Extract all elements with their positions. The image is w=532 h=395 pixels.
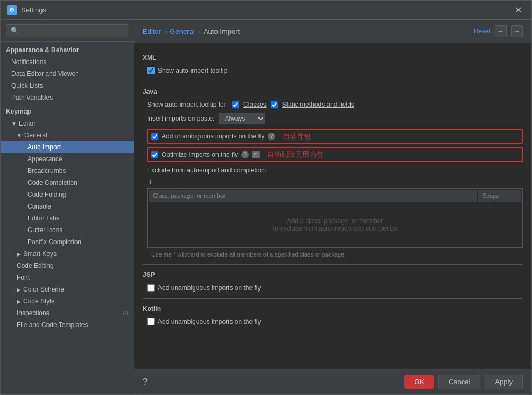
sidebar-item-path-variables[interactable]: Path Variables bbox=[1, 92, 134, 103]
java-add-unambiguous-annotation: 自动导包 bbox=[283, 131, 311, 141]
java-static-methods-label[interactable]: Static methods and fields bbox=[282, 101, 354, 108]
jsp-section-label: JSP bbox=[143, 271, 523, 279]
sidebar-group-general[interactable]: ▼ General bbox=[1, 129, 134, 141]
jsp-kotlin-divider bbox=[143, 298, 523, 299]
help-icon-footer[interactable]: ? bbox=[143, 377, 148, 387]
monitor-icon2[interactable]: ⊡ bbox=[252, 151, 260, 158]
ok-button[interactable]: OK bbox=[404, 375, 434, 389]
sidebar-item-editor-tabs[interactable]: Editor Tabs bbox=[1, 212, 134, 224]
main-panel: Editor › General › Auto Import Reset ← →… bbox=[134, 20, 531, 394]
sidebar-item-code-folding[interactable]: Code Folding bbox=[1, 189, 134, 200]
sidebar-item-auto-import[interactable]: Auto Import bbox=[1, 141, 134, 153]
sidebar: Appearance & Behavior Notifications Data… bbox=[1, 20, 134, 394]
help-icon2[interactable]: ? bbox=[241, 151, 249, 158]
jsp-add-unambiguous-label: Add unambiguous imports on the fly bbox=[158, 284, 261, 292]
sidebar-item-code-editing[interactable]: Code Editing bbox=[1, 260, 134, 272]
java-optimize-imports-label: Optimize imports on the fly bbox=[162, 151, 238, 158]
java-insert-imports-select[interactable]: Always Never Ask bbox=[219, 113, 265, 124]
cancel-button[interactable]: Cancel bbox=[438, 375, 480, 389]
breadcrumb-sep2: › bbox=[198, 27, 200, 36]
sidebar-item-inspections[interactable]: Inspections ⊞ bbox=[1, 307, 134, 319]
java-add-unambiguous-label: Add unambiguous imports on the fly bbox=[162, 133, 264, 140]
col-class: Class, package, or member bbox=[149, 190, 477, 202]
arrow-down-icon: ▼ bbox=[11, 121, 17, 127]
col-scope: Scope bbox=[478, 190, 521, 202]
breadcrumb: Editor › General › Auto Import bbox=[143, 27, 474, 36]
kotlin-section-label: Kotlin bbox=[143, 305, 523, 313]
table-row-empty: Add a class, package, or member to exclu… bbox=[149, 203, 521, 246]
sidebar-item-quick-lists[interactable]: Quick Lists bbox=[1, 80, 134, 92]
java-classes-label[interactable]: Classes bbox=[243, 101, 267, 108]
sidebar-item-file-code-templates[interactable]: File and Code Templates bbox=[1, 319, 134, 331]
search-input[interactable] bbox=[6, 24, 128, 37]
arrow-right-icon: ▶ bbox=[17, 251, 21, 257]
sidebar-item-gutter-icons[interactable]: Gutter Icons bbox=[1, 224, 134, 236]
java-static-methods-checkbox[interactable] bbox=[271, 101, 278, 108]
monitor-icon: ⊞ bbox=[123, 309, 128, 317]
main-header: Editor › General › Auto Import Reset ← → bbox=[134, 20, 531, 43]
sidebar-group-color-scheme[interactable]: ▶ Color Scheme bbox=[1, 283, 134, 295]
search-box bbox=[1, 20, 134, 42]
table-placeholder-line1: Add a class, package, or member bbox=[157, 217, 513, 225]
sidebar-item-code-style-label: Code Style bbox=[23, 297, 55, 305]
sidebar-item-notifications[interactable]: Notifications bbox=[1, 56, 134, 68]
titlebar: ⚙ Settings ✕ bbox=[1, 1, 531, 20]
sidebar-item-console[interactable]: Console bbox=[1, 200, 134, 212]
window-title: Settings bbox=[21, 6, 512, 14]
table-placeholder-line2: to exclude from auto-import and completi… bbox=[157, 225, 513, 232]
sidebar-item-postfix-completion[interactable]: Postfix Completion bbox=[1, 236, 134, 248]
java-section-label: Java bbox=[143, 88, 523, 95]
jsp-add-unambiguous-row: Add unambiguous imports on the fly bbox=[143, 284, 523, 292]
breadcrumb-editor[interactable]: Editor bbox=[143, 27, 161, 36]
sidebar-group-editor[interactable]: ▼ Editor bbox=[1, 117, 134, 129]
add-exclude-button[interactable]: + bbox=[147, 177, 153, 186]
help-icon[interactable]: ? bbox=[268, 133, 275, 140]
java-optimize-imports-row: Optimize imports on the fly ? ⊡ 自动删除无用的包 bbox=[147, 147, 523, 162]
sidebar-item-appearance[interactable]: Appearance bbox=[1, 153, 134, 165]
xml-java-divider bbox=[143, 81, 523, 81]
sidebar-item-general-label: General bbox=[24, 131, 47, 139]
xml-section-label: XML bbox=[143, 54, 523, 61]
java-optimize-imports-annotation: 自动删除无用的包 bbox=[267, 150, 323, 160]
java-insert-imports-label: Insert imports on paste: bbox=[147, 115, 214, 122]
sidebar-item-font[interactable]: Font bbox=[1, 272, 134, 283]
remove-exclude-button[interactable]: − bbox=[158, 177, 164, 186]
sidebar-item-keymap[interactable]: Keymap bbox=[1, 103, 134, 117]
sidebar-item-code-completion[interactable]: Code Completion bbox=[1, 177, 134, 189]
breadcrumb-sep1: › bbox=[164, 27, 166, 36]
java-jsp-divider bbox=[143, 264, 523, 265]
java-optimize-imports-checkbox[interactable] bbox=[151, 151, 158, 158]
sidebar-item-appearance-behavior[interactable]: Appearance & Behavior bbox=[1, 42, 134, 56]
breadcrumb-general[interactable]: General bbox=[170, 27, 194, 36]
back-button[interactable]: ← bbox=[495, 25, 507, 37]
apply-button[interactable]: Apply bbox=[485, 375, 523, 389]
xml-show-tooltip-checkbox[interactable] bbox=[147, 67, 155, 74]
app-icon: ⚙ bbox=[7, 5, 17, 15]
main-content-area: Appearance & Behavior Notifications Data… bbox=[1, 20, 531, 394]
sidebar-item-inspections-label: Inspections bbox=[17, 309, 50, 317]
arrow-down-icon: ▼ bbox=[17, 133, 22, 138]
forward-button[interactable]: → bbox=[511, 25, 523, 37]
xml-show-tooltip-row: Show auto-import tooltip bbox=[143, 67, 523, 74]
exclude-table: Class, package, or member Scope Add a cl… bbox=[147, 188, 523, 248]
settings-window: ⚙ Settings ✕ Appearance & Behavior Notif… bbox=[0, 0, 532, 395]
java-add-unambiguous-row: Add unambiguous imports on the fly ? 自动导… bbox=[147, 129, 523, 144]
reset-button[interactable]: Reset bbox=[474, 27, 491, 35]
sidebar-item-breadcrumbs[interactable]: Breadcrumbs bbox=[1, 165, 134, 177]
header-actions: Reset ← → bbox=[474, 25, 523, 37]
sidebar-group-code-style[interactable]: ▶ Code Style bbox=[1, 295, 134, 307]
kotlin-add-unambiguous-label: Add unambiguous imports on the fly bbox=[158, 318, 261, 325]
close-button[interactable]: ✕ bbox=[512, 4, 525, 16]
footer: ? OK Cancel Apply bbox=[134, 369, 531, 394]
jsp-add-unambiguous-checkbox[interactable] bbox=[147, 284, 155, 292]
java-show-tooltip-row: Show auto-import tooltip for: Classes St… bbox=[143, 101, 523, 108]
kotlin-add-unambiguous-checkbox[interactable] bbox=[147, 318, 155, 325]
sidebar-group-smart-keys[interactable]: ▶ Smart Keys bbox=[1, 248, 134, 260]
java-add-unambiguous-checkbox[interactable] bbox=[151, 133, 158, 140]
exclude-label: Exclude from auto-import and completion: bbox=[147, 167, 523, 174]
xml-show-tooltip-label: Show auto-import tooltip bbox=[158, 67, 227, 74]
settings-content: XML Show auto-import tooltip Java Show a… bbox=[134, 43, 531, 369]
breadcrumb-auto-import: Auto Import bbox=[204, 27, 240, 36]
sidebar-item-data-editor[interactable]: Data Editor and Viewer bbox=[1, 68, 134, 80]
java-classes-checkbox[interactable] bbox=[232, 101, 239, 108]
